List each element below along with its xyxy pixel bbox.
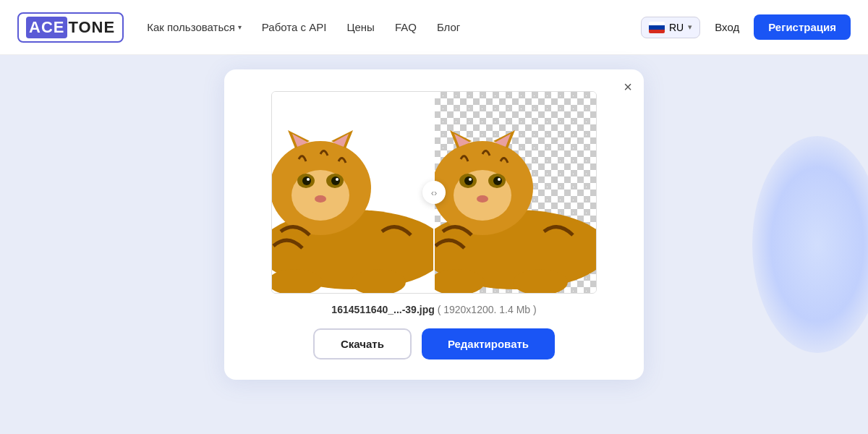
nav-faq[interactable]: FAQ (395, 21, 417, 33)
logo-tone: TONE (68, 18, 115, 37)
svg-point-7 (307, 178, 310, 181)
svg-point-8 (336, 178, 339, 181)
language-selector[interactable]: RU ▾ (641, 17, 700, 38)
tiger-svg-right (434, 105, 596, 293)
nav-pricing[interactable]: Цены (346, 21, 375, 33)
chevron-down-icon: ▾ (688, 22, 692, 32)
logo[interactable]: ACETONE (17, 12, 124, 43)
login-button[interactable]: Вход (709, 17, 745, 38)
svg-point-21 (464, 176, 473, 185)
register-button[interactable]: Регистрация (754, 14, 851, 40)
result-modal: × (224, 69, 644, 380)
file-info: 1614511640_...-39.jpg ( 1920x1200. 1.4 M… (331, 304, 536, 315)
right-arrow-icon: › (434, 187, 437, 198)
navbar: ACETONE Как пользоваться ▾ Работа с API … (0, 0, 868, 55)
image-original-half (272, 92, 434, 293)
svg-point-6 (331, 176, 340, 185)
compare-handle[interactable]: ‹ › (422, 181, 446, 204)
lang-code: RU (669, 22, 684, 33)
image-processed-half (434, 92, 596, 293)
close-button[interactable]: × (624, 80, 632, 94)
svg-point-23 (469, 178, 472, 181)
file-meta: ( 1920x1200. 1.4 Mb ) (438, 304, 537, 315)
svg-point-9 (315, 195, 326, 203)
nav-links: Как пользоваться ▾ Работа с API Цены FAQ… (147, 21, 618, 33)
nav-blog[interactable]: Блог (437, 21, 460, 33)
logo-ace: ACE (26, 17, 67, 38)
main-area: × (0, 55, 868, 434)
tiger-svg-left (272, 105, 434, 293)
flag-icon (649, 22, 665, 33)
svg-point-25 (477, 195, 488, 203)
file-name: 1614511640_...-39.jpg (331, 304, 434, 315)
image-comparison-wrapper: ‹ › (247, 91, 621, 294)
svg-point-5 (302, 176, 311, 185)
download-button[interactable]: Скачать (313, 328, 412, 359)
svg-point-24 (498, 178, 501, 181)
edit-button[interactable]: Редактировать (422, 328, 555, 359)
action-buttons: Скачать Редактировать (313, 328, 555, 359)
nav-right: RU ▾ Вход Регистрация (641, 14, 851, 40)
nav-how-to-use[interactable]: Как пользоваться ▾ (147, 21, 242, 33)
decorative-blob (752, 136, 868, 353)
chevron-down-icon: ▾ (238, 23, 242, 31)
svg-point-22 (493, 176, 502, 185)
nav-api[interactable]: Работа с API (262, 21, 327, 33)
image-comparison[interactable]: ‹ › (271, 91, 597, 294)
